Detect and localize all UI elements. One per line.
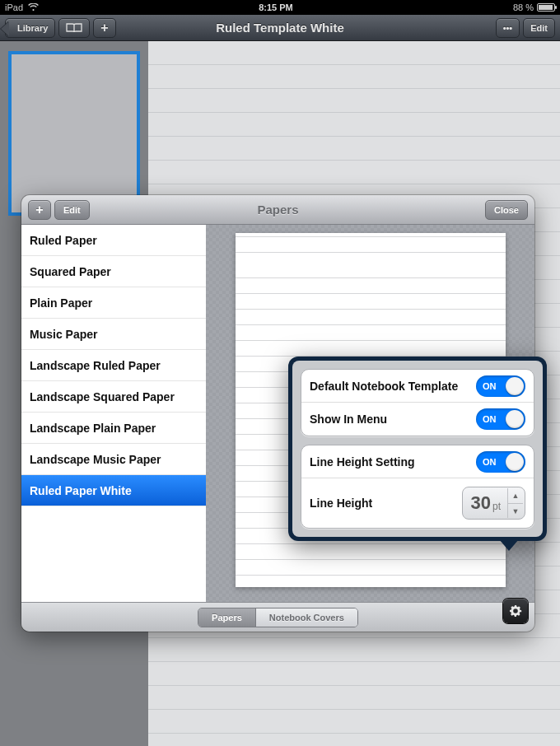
battery-pct: 88 % <box>513 2 534 12</box>
bookmarks-button[interactable] <box>58 18 90 38</box>
more-button[interactable]: ••• <box>496 18 520 38</box>
add-button[interactable]: + <box>93 18 115 38</box>
page-thumbnail[interactable] <box>8 51 140 216</box>
paper-item[interactable]: Plain Paper <box>21 287 206 319</box>
content-area: + Edit Papers Close Ruled PaperSquared P… <box>0 41 560 746</box>
settings-button[interactable] <box>503 599 528 623</box>
modal-add-button[interactable]: + <box>28 200 51 220</box>
gear-icon <box>509 604 522 618</box>
paper-item[interactable]: Landscape Plain Paper <box>21 413 206 444</box>
book-icon <box>66 23 82 33</box>
show-in-menu-label: Show In Menu <box>310 413 476 426</box>
wifi-icon <box>28 3 39 12</box>
nav-toolbar: Library + Ruled Template White ••• Edit <box>0 15 560 41</box>
toggle-line-height-setting[interactable]: ON <box>476 451 525 473</box>
line-height-setting-label: Line Height Setting <box>310 455 476 469</box>
plus-icon: + <box>100 21 108 35</box>
battery-icon <box>537 3 555 12</box>
line-height-label: Line Height <box>310 497 462 510</box>
line-height-stepper: 30 pt ▲ ▼ <box>462 487 526 520</box>
status-bar: iPad 8:15 PM 88 % <box>0 0 560 15</box>
paper-item[interactable]: Ruled Paper White <box>21 475 206 506</box>
default-template-label: Default Notebook Template <box>310 380 476 393</box>
clock: 8:15 PM <box>39 2 513 12</box>
segment-papers[interactable]: Papers <box>198 608 255 627</box>
paper-item[interactable]: Squared Paper <box>21 256 206 287</box>
row-line-height: Line Height 30 pt ▲ ▼ <box>301 478 534 528</box>
modal-edit-button[interactable]: Edit <box>54 200 90 220</box>
modal-header: + Edit Papers Close <box>21 195 534 225</box>
segment-control: Papers Notebook Covers <box>198 608 358 627</box>
modal-footer: Papers Notebook Covers <box>21 602 534 632</box>
row-default-template: Default Notebook Template ON <box>301 370 534 403</box>
chevron-up-icon: ▲ <box>512 492 520 500</box>
close-button[interactable]: Close <box>485 200 528 220</box>
settings-popover: Default Notebook Template ON Show In Men… <box>288 357 547 541</box>
toggle-default-template[interactable]: ON <box>476 375 525 397</box>
segment-notebook-covers[interactable]: Notebook Covers <box>255 608 357 627</box>
paper-item[interactable]: Landscape Squared Paper <box>21 381 206 413</box>
stepper-down[interactable]: ▼ <box>508 503 523 518</box>
paper-item[interactable]: Landscape Ruled Paper <box>21 350 206 381</box>
stepper-up[interactable]: ▲ <box>508 488 523 503</box>
chevron-down-icon: ▼ <box>512 507 520 515</box>
paper-item[interactable]: Ruled Paper <box>21 225 206 256</box>
row-line-height-setting: Line Height Setting ON <box>301 445 534 478</box>
line-height-unit: pt <box>492 501 501 512</box>
modal-title: Papers <box>21 203 534 217</box>
library-back-button[interactable]: Library <box>5 18 55 38</box>
toggle-show-in-menu[interactable]: ON <box>476 408 525 430</box>
edit-button[interactable]: Edit <box>523 18 555 38</box>
row-show-in-menu: Show In Menu ON <box>301 403 534 436</box>
paper-item[interactable]: Landscape Music Paper <box>21 444 206 475</box>
device-label: iPad <box>5 2 23 12</box>
plus-icon: + <box>35 203 43 217</box>
line-height-value: 30 <box>471 492 491 514</box>
paper-item[interactable]: Music Paper <box>21 319 206 350</box>
paper-list[interactable]: Ruled PaperSquared PaperPlain PaperMusic… <box>21 225 206 602</box>
